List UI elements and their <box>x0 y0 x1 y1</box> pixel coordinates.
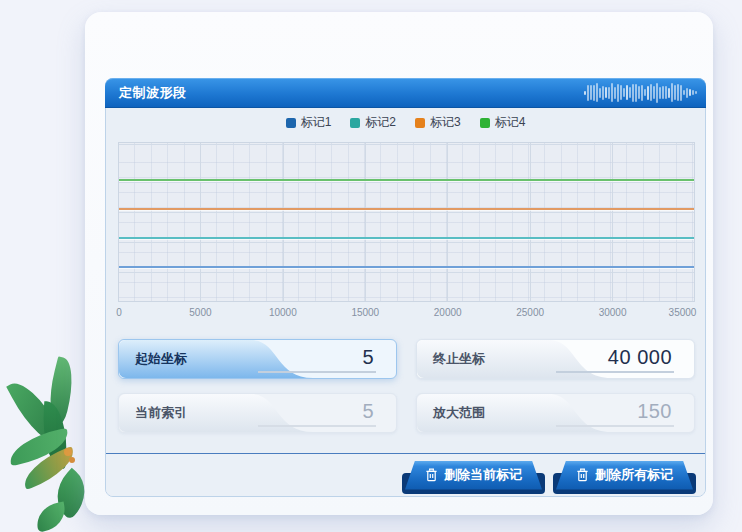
panel-footer: 删除当前标记 删除所有标记 <box>106 453 705 496</box>
current-index-label: 当前索引 <box>135 394 187 432</box>
x-tick-label: 35000 <box>669 307 697 318</box>
zoom-range-value: 150 <box>556 400 674 427</box>
legend-swatch-marker4 <box>480 118 490 128</box>
marker-line-标记1[interactable] <box>119 266 694 268</box>
waveform-chart-plot[interactable] <box>118 142 695 302</box>
legend-label: 标记2 <box>365 114 396 131</box>
end-coordinate-label: 终止坐标 <box>433 340 485 378</box>
chart-legend: 标记1 标记2 标记3 标记4 <box>106 114 705 131</box>
screen: 定制波形段 标记1 标记2 标记3 标记4 <box>0 0 742 532</box>
legend-swatch-marker1 <box>286 118 296 128</box>
delete-all-markers-button[interactable]: 删除所有标记 <box>556 461 693 490</box>
x-tick-label: 30000 <box>599 307 627 318</box>
delete-current-marker-label: 删除当前标记 <box>444 466 522 484</box>
x-axis-ticks: 05000100001500020000250003000035000 <box>118 307 695 321</box>
legend-item-marker4[interactable]: 标记4 <box>480 114 526 131</box>
current-index-field[interactable]: 当前索引 5 <box>118 393 397 433</box>
legend-item-marker1[interactable]: 标记1 <box>286 114 332 131</box>
marker-line-标记2[interactable] <box>119 237 694 239</box>
end-coordinate-value[interactable]: 40 000 <box>556 346 674 373</box>
delete-current-marker-button[interactable]: 删除当前标记 <box>405 461 542 490</box>
marker-line-标记4[interactable] <box>119 179 694 181</box>
legend-label: 标记3 <box>430 114 461 131</box>
marker-line-标记3[interactable] <box>119 208 694 210</box>
x-tick-label: 5000 <box>189 307 211 318</box>
panel-title: 定制波形段 <box>105 84 187 102</box>
start-coordinate-value[interactable]: 5 <box>258 346 376 373</box>
legend-swatch-marker3 <box>415 118 425 128</box>
current-index-value: 5 <box>258 400 376 427</box>
x-tick-label: 20000 <box>434 307 462 318</box>
trash-icon <box>425 468 438 482</box>
legend-label: 标记1 <box>301 114 332 131</box>
legend-label: 标记4 <box>495 114 526 131</box>
legend-item-marker3[interactable]: 标记3 <box>415 114 461 131</box>
end-coordinate-field[interactable]: 终止坐标 40 000 <box>416 339 695 379</box>
x-tick-label: 15000 <box>351 307 379 318</box>
x-tick-label: 10000 <box>269 307 297 318</box>
leaf <box>34 502 68 532</box>
zoom-range-field[interactable]: 放大范围 150 <box>416 393 695 433</box>
start-coordinate-field[interactable]: 起始坐标 5 <box>118 339 397 379</box>
trash-icon <box>576 468 589 482</box>
x-tick-label: 0 <box>116 307 122 318</box>
start-coordinate-label: 起始坐标 <box>135 340 187 378</box>
berry-decoration <box>64 448 72 456</box>
card: 定制波形段 标记1 标记2 标记3 标记4 <box>85 12 713 515</box>
panel-header: 定制波形段 <box>105 78 706 107</box>
waveform-panel: 定制波形段 标记1 标记2 标记3 标记4 <box>105 78 706 497</box>
x-tick-label: 25000 <box>516 307 544 318</box>
legend-swatch-marker2 <box>350 118 360 128</box>
delete-all-markers-label: 删除所有标记 <box>595 466 673 484</box>
waveform-icon <box>584 82 698 104</box>
legend-item-marker2[interactable]: 标记2 <box>350 114 396 131</box>
zoom-range-label: 放大范围 <box>433 394 485 432</box>
